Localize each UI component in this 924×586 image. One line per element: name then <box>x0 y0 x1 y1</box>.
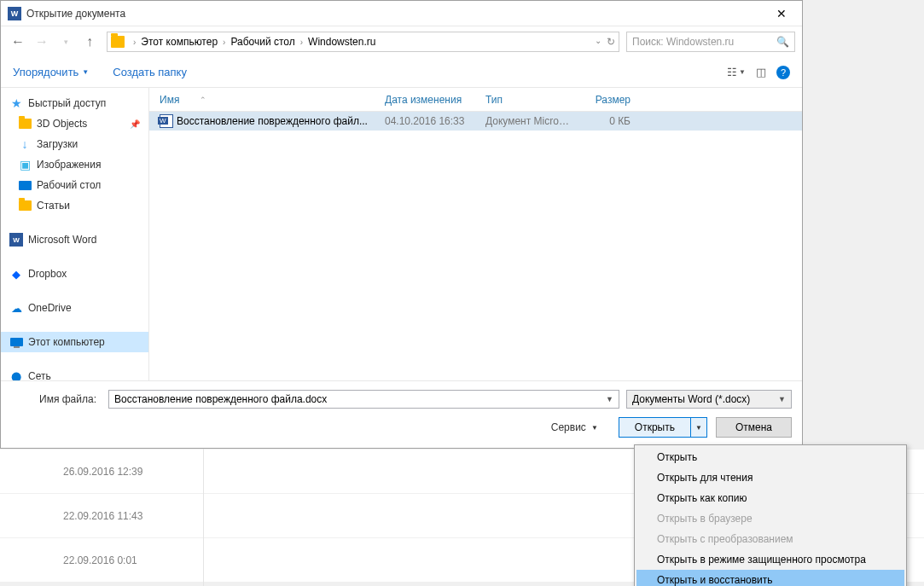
open-dialog: W Открытие документа ✕ ← → ▾ ↑ › Этот ко… <box>0 0 803 449</box>
sidebar-item-desktop[interactable]: Рабочий стол <box>1 175 148 195</box>
onedrive-icon <box>9 301 23 315</box>
file-name: Восстановление поврежденного файл... <box>177 115 368 127</box>
sidebar-network[interactable]: Сеть <box>1 366 148 380</box>
menu-open-repair[interactable]: Открыть и восстановить <box>636 570 904 586</box>
bg-date: 22.09.2016 0:01 <box>63 554 137 566</box>
file-row[interactable]: Восстановление поврежденного файл... 04.… <box>149 112 802 131</box>
file-size: 0 КБ <box>576 115 636 127</box>
help-button[interactable]: ? <box>776 66 790 79</box>
desktop-icon <box>19 181 32 190</box>
chevron-right-icon: › <box>297 38 306 47</box>
organize-button[interactable]: Упорядочить▼ <box>13 66 89 78</box>
column-headers: Имя⌃ Дата изменения Тип Размер <box>149 88 802 112</box>
search-placeholder: Поиск: Windowsten.ru <box>632 36 734 48</box>
recent-dropdown[interactable]: ▾ <box>55 32 76 52</box>
new-folder-button[interactable]: Создать папку <box>113 66 187 78</box>
word-icon: W <box>9 233 23 247</box>
toolbar: Упорядочить▼ Создать папку ☷▼ ◫ ? <box>1 57 802 88</box>
filename-label: Имя файла: <box>11 393 102 405</box>
view-mode-button[interactable]: ☷▼ <box>727 66 746 78</box>
crumb-folder[interactable]: Windowsten.ru <box>308 36 375 48</box>
navbar: ← → ▾ ↑ › Этот компьютер › Рабочий стол … <box>1 26 802 57</box>
col-name[interactable]: Имя⌃ <box>154 94 380 106</box>
chevron-right-icon: › <box>219 38 229 47</box>
folder-icon <box>111 36 125 48</box>
menu-open-browser: Открыть в браузере <box>636 508 904 529</box>
footer: Имя файла: Восстановление поврежденного … <box>1 380 802 448</box>
folder-icon <box>19 200 32 211</box>
chevron-down-icon: ▼ <box>82 68 89 76</box>
crumb-desktop[interactable]: Рабочий стол <box>230 36 294 48</box>
preview-pane-button[interactable]: ◫ <box>756 66 766 78</box>
up-button[interactable]: ↑ <box>79 32 100 52</box>
word-app-icon: W <box>8 7 21 20</box>
sidebar-quick-access[interactable]: Быстрый доступ <box>1 93 148 113</box>
menu-open-readonly[interactable]: Открыть для чтения <box>636 467 904 488</box>
file-date: 04.10.2016 16:33 <box>380 115 480 127</box>
dropbox-icon <box>9 267 23 281</box>
crumb-pc[interactable]: Этот компьютер <box>141 36 218 48</box>
bg-divider <box>203 449 204 586</box>
chevron-down-icon: ▼ <box>778 395 786 403</box>
sidebar-onedrive[interactable]: OneDrive <box>1 298 148 318</box>
menu-open-protected[interactable]: Открыть в режиме защищенного просмотра <box>636 549 904 570</box>
list-icon: ☷ <box>727 66 737 78</box>
sidebar-word[interactable]: WMicrosoft Word <box>1 229 148 250</box>
menu-open-copy[interactable]: Открыть как копию <box>636 488 904 508</box>
open-dropdown-button[interactable]: ▼ <box>691 418 706 437</box>
menu-open[interactable]: Открыть <box>636 447 904 467</box>
bg-date: 22.09.2016 11:43 <box>63 510 142 522</box>
open-dropdown-menu: Открыть Открыть для чтения Открыть как к… <box>634 444 907 586</box>
col-size[interactable]: Размер <box>576 94 636 106</box>
sidebar-this-pc[interactable]: Этот компьютер <box>1 332 148 352</box>
close-button[interactable]: ✕ <box>768 7 795 20</box>
file-list: Имя⌃ Дата изменения Тип Размер Восстанов… <box>149 88 802 380</box>
bg-date: 26.09.2016 12:39 <box>63 466 142 478</box>
chevron-down-icon[interactable]: ⌄ <box>595 36 601 48</box>
sidebar-item-3dobjects[interactable]: 3D Objects📌 <box>1 113 148 134</box>
chevron-down-icon: ▼ <box>739 68 746 76</box>
star-icon <box>9 96 23 110</box>
refresh-icon[interactable]: ↻ <box>607 36 615 48</box>
sidebar-item-pictures[interactable]: Изображения <box>1 154 148 175</box>
filename-input[interactable]: Восстановление поврежденного файла.docx▼ <box>108 390 619 409</box>
menu-open-transform: Открыть с преобразованием <box>636 529 904 549</box>
open-split-button: Открыть ▼ <box>619 417 707 438</box>
file-type: Документ Micros... <box>480 115 576 127</box>
window-title: Открытие документа <box>26 8 768 20</box>
folder-icon <box>19 119 32 129</box>
pc-icon <box>10 338 23 346</box>
pin-icon: 📌 <box>130 119 140 129</box>
sidebar: Быстрый доступ 3D Objects📌 Загрузки Изоб… <box>1 88 149 380</box>
pictures-icon <box>18 158 32 171</box>
tools-menu[interactable]: Сервис▼ <box>551 421 598 433</box>
chevron-down-icon: ▼ <box>591 424 598 432</box>
titlebar: W Открытие документа ✕ <box>1 1 802 26</box>
sidebar-item-downloads[interactable]: Загрузки <box>1 134 148 154</box>
back-button[interactable]: ← <box>8 32 28 52</box>
filetype-filter[interactable]: Документы Word (*.docx)▼ <box>626 390 792 409</box>
search-icon: 🔍 <box>776 36 789 48</box>
cancel-button[interactable]: Отмена <box>716 417 792 438</box>
chevron-down-icon[interactable]: ▼ <box>606 395 613 403</box>
address-bar[interactable]: › Этот компьютер › Рабочий стол › Window… <box>107 32 619 52</box>
panel-icon: ◫ <box>756 66 766 78</box>
search-input[interactable]: Поиск: Windowsten.ru 🔍 <box>626 32 795 52</box>
docx-icon <box>160 114 173 128</box>
network-icon <box>9 369 23 380</box>
col-date[interactable]: Дата изменения <box>380 94 480 106</box>
col-type[interactable]: Тип <box>480 94 576 106</box>
forward-button[interactable]: → <box>32 32 52 52</box>
sidebar-dropbox[interactable]: Dropbox <box>1 264 148 284</box>
open-button[interactable]: Открыть <box>619 418 691 437</box>
chevron-right-icon: › <box>130 38 139 47</box>
sort-indicator-icon: ⌃ <box>200 96 206 104</box>
download-icon <box>18 137 32 151</box>
sidebar-item-articles[interactable]: Статьи <box>1 195 148 216</box>
